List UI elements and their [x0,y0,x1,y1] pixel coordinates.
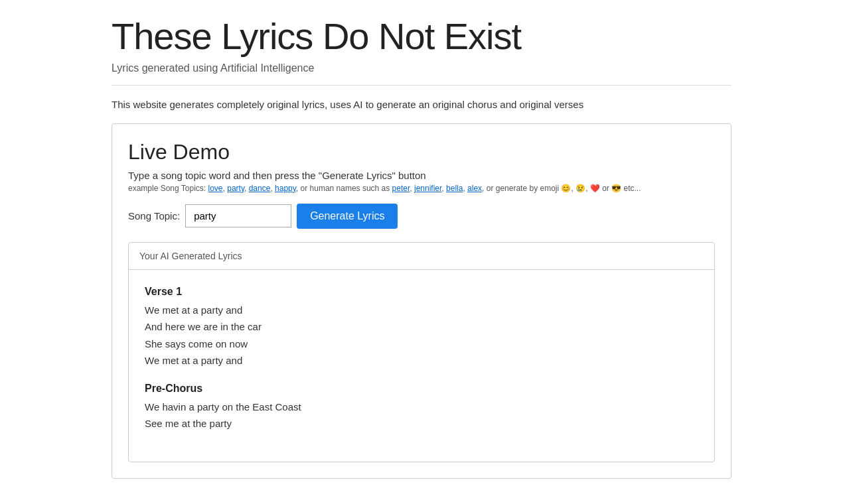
lyrics-body: Verse 1We met at a party andAnd here we … [129,270,714,462]
section-title: Pre-Chorus [145,383,698,395]
section-title: Verse 1 [145,286,698,298]
generate-lyrics-button[interactable]: Generate Lyrics [297,204,398,229]
topic-dance[interactable]: dance [249,184,271,193]
emoji-label: or generate by emoji [487,184,562,193]
live-demo-title: Live Demo [128,140,715,164]
emoji-2[interactable]: 😢 [575,184,585,193]
page-header: These Lyrics Do Not Exist Lyrics generat… [0,0,843,85]
song-topic-row: Song Topic: Generate Lyrics [128,204,715,229]
etc-label: etc... [624,184,641,193]
emoji-1[interactable]: 😊 [561,184,571,193]
name-bella[interactable]: bella [446,184,463,193]
lyrics-line: And here we are in the car [145,318,698,336]
page-title: These Lyrics Do Not Exist [112,16,731,57]
lyrics-line: We met at a party and [145,302,698,319]
demo-instruction: Type a song topic word and then press th… [128,170,715,181]
topic-party[interactable]: party [227,184,244,193]
song-topic-label: Song Topic: [128,210,180,221]
or-label: or [602,184,611,193]
lyrics-line: We havin a party on the East Coast [145,399,698,416]
emoji-3[interactable]: 😎 [611,184,621,193]
example-label: example Song Topics: [128,184,208,193]
lyrics-line: She says come on now [145,336,698,353]
lyrics-line: We met at a party and [145,352,698,369]
lyrics-container: Your AI Generated Lyrics Verse 1We met a… [128,242,715,462]
topic-love[interactable]: love [208,184,223,193]
page-subtitle: Lyrics generated using Artificial Intell… [112,62,731,74]
name-jennifier[interactable]: jennifier [414,184,441,193]
names-label: or human names such as [301,184,392,193]
name-peter[interactable]: peter [392,184,410,193]
song-topic-input[interactable] [185,204,291,227]
lyrics-section: Verse 1We met at a party andAnd here we … [145,286,698,369]
emoji-heart[interactable]: ❤️ [590,184,600,193]
example-topics: example Song Topics: love, party, dance,… [128,184,715,193]
live-demo-section: Live Demo Type a song topic word and the… [112,123,731,479]
lyrics-header: Your AI Generated Lyrics [129,243,714,270]
lyrics-section: Pre-ChorusWe havin a party on the East C… [145,383,698,432]
name-alex[interactable]: alex [467,184,482,193]
topic-happy[interactable]: happy [275,184,296,193]
lyrics-line: See me at the party [145,415,698,432]
page-description: This website generates completely origin… [0,86,843,123]
